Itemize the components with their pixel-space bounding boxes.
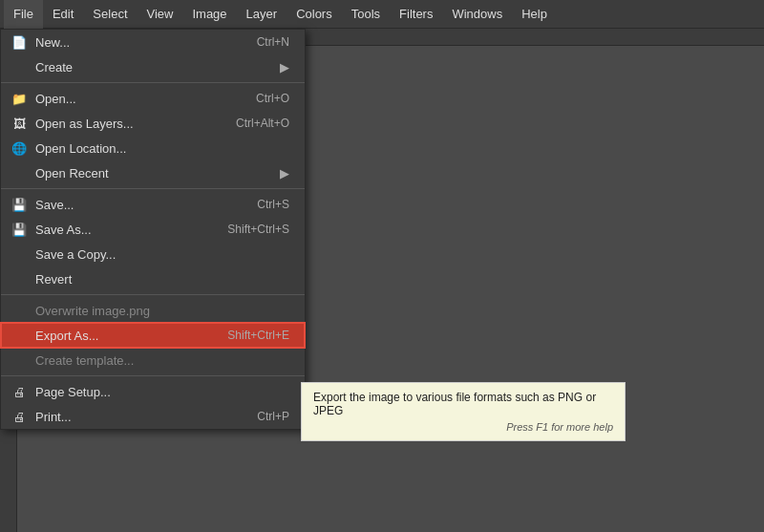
- open-icon: 📁: [11, 90, 28, 107]
- print-shortcut: Ctrl+P: [257, 410, 289, 423]
- separator-1: [1, 82, 305, 83]
- menu-item-page-setup[interactable]: 🖨 Page Setup...: [1, 379, 305, 404]
- workspace: -6000 -5000 -4000 -3000 📄 New... Ctrl+N …: [0, 29, 764, 532]
- save-as-shortcut: Shift+Ctrl+S: [227, 223, 289, 236]
- menu-item-open-as-layers[interactable]: 🖼 Open as Layers... Ctrl+Alt+O: [1, 111, 305, 136]
- menu-bar: File Edit Select View Image Layer Colors…: [0, 0, 764, 29]
- create-arrow: ▶: [280, 60, 289, 74]
- open-layers-label: Open as Layers...: [35, 117, 217, 131]
- open-layers-icon: 🖼: [11, 115, 28, 132]
- menu-item-print[interactable]: 🖨 Print... Ctrl+P: [1, 404, 305, 429]
- save-copy-label: Save a Copy...: [35, 247, 289, 262]
- export-as-shortcut: Shift+Ctrl+E: [227, 329, 289, 342]
- save-as-label: Save As...: [35, 223, 208, 237]
- menu-item-open[interactable]: 📁 Open... Ctrl+O: [1, 86, 305, 111]
- tooltip-hint-text: Press F1 for more help: [313, 421, 613, 433]
- tooltip-main-text: Export the image to various file formats…: [313, 391, 613, 417]
- menu-filters[interactable]: Filters: [390, 0, 442, 29]
- menu-item-new[interactable]: 📄 New... Ctrl+N: [1, 30, 305, 54]
- menu-image[interactable]: Image: [182, 0, 236, 29]
- menu-item-create-template[interactable]: Create template...: [1, 348, 305, 372]
- file-dropdown-menu: 📄 New... Ctrl+N Create ▶ 📁 Open... Ctrl+…: [0, 29, 306, 430]
- export-as-label: Export As...: [35, 329, 208, 343]
- menu-file[interactable]: File: [4, 0, 43, 29]
- print-icon: 🖨: [11, 408, 28, 425]
- create-label: Create: [35, 60, 272, 74]
- menu-item-open-location[interactable]: 🌐 Open Location...: [1, 136, 305, 160]
- save-label: Save...: [35, 198, 238, 212]
- menu-item-create[interactable]: Create ▶: [1, 54, 305, 79]
- page-setup-label: Page Setup...: [35, 385, 289, 399]
- tooltip-export-as: Export the image to various file formats…: [301, 382, 626, 441]
- new-label: New...: [35, 35, 238, 50]
- menu-edit[interactable]: Edit: [43, 0, 83, 29]
- menu-item-save-as[interactable]: 💾 Save As... Shift+Ctrl+S: [1, 217, 305, 242]
- open-location-icon: 🌐: [11, 139, 28, 157]
- menu-item-save[interactable]: 💾 Save... Ctrl+S: [1, 192, 305, 217]
- save-as-icon: 💾: [11, 221, 28, 238]
- separator-3: [1, 294, 305, 295]
- new-icon: 📄: [11, 33, 28, 51]
- open-location-label: Open Location...: [35, 141, 289, 156]
- overwrite-label: Overwrite image.png: [35, 304, 289, 318]
- menu-help[interactable]: Help: [512, 0, 557, 29]
- menu-item-export-as[interactable]: Export As... Shift+Ctrl+E: [1, 323, 305, 348]
- open-recent-arrow: ▶: [280, 166, 289, 181]
- open-shortcut: Ctrl+O: [256, 92, 289, 105]
- save-shortcut: Ctrl+S: [257, 198, 289, 211]
- separator-2: [1, 188, 305, 189]
- menu-item-revert[interactable]: Revert: [1, 266, 305, 291]
- open-label: Open...: [35, 92, 237, 106]
- menu-item-open-recent[interactable]: Open Recent ▶: [1, 160, 305, 185]
- separator-4: [1, 375, 305, 376]
- menu-select[interactable]: Select: [83, 0, 137, 29]
- menu-item-save-copy[interactable]: Save a Copy...: [1, 242, 305, 266]
- revert-label: Revert: [35, 272, 289, 287]
- create-template-label: Create template...: [35, 353, 289, 368]
- print-label: Print...: [35, 410, 238, 424]
- page-setup-icon: 🖨: [11, 383, 28, 400]
- menu-colors[interactable]: Colors: [286, 0, 342, 29]
- save-icon: 💾: [11, 196, 28, 213]
- menu-layer[interactable]: Layer: [237, 0, 287, 29]
- open-layers-shortcut: Ctrl+Alt+O: [236, 117, 289, 130]
- menu-view[interactable]: View: [138, 0, 183, 29]
- menu-item-overwrite: Overwrite image.png: [1, 298, 305, 323]
- open-recent-label: Open Recent: [35, 166, 272, 181]
- new-shortcut: Ctrl+N: [257, 35, 289, 49]
- menu-tools[interactable]: Tools: [342, 0, 390, 29]
- menu-windows[interactable]: Windows: [442, 0, 512, 29]
